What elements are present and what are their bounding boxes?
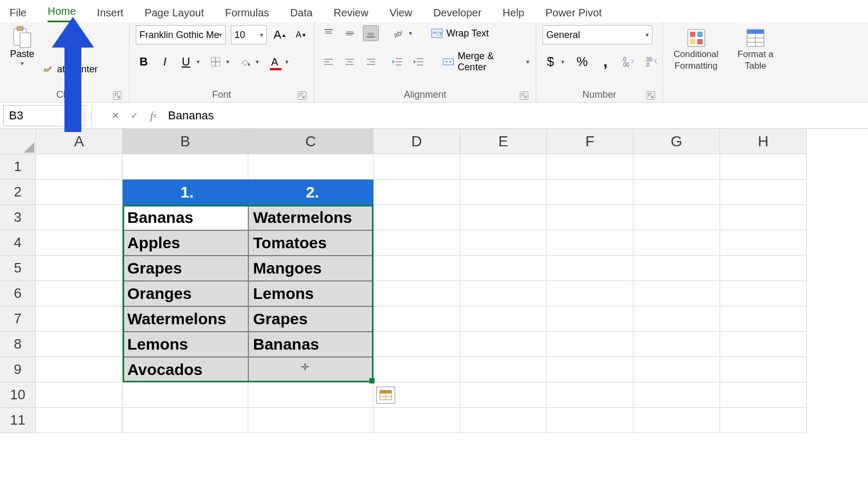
cell[interactable]: Grapes — [123, 256, 248, 281]
row-header-4[interactable]: 4 — [0, 230, 36, 256]
cell[interactable] — [720, 357, 807, 382]
cell[interactable] — [460, 332, 547, 357]
cell[interactable] — [720, 382, 807, 408]
increase-decimal-button[interactable]: .0.00 — [621, 54, 637, 70]
cell[interactable]: Bananas — [123, 205, 248, 230]
enter-formula-button[interactable]: ✓ — [125, 106, 144, 125]
cell[interactable] — [374, 357, 460, 382]
row-header-9[interactable]: 9 — [0, 357, 36, 382]
cell[interactable] — [460, 281, 547, 306]
tab-power-pivot[interactable]: Power Pivot — [545, 7, 602, 22]
tab-page-layout[interactable]: Page Layout — [145, 7, 204, 22]
cell[interactable] — [633, 332, 720, 357]
increase-indent-button[interactable] — [410, 54, 426, 70]
cell[interactable] — [633, 230, 720, 256]
accounting-split[interactable]: ▾ — [558, 54, 567, 70]
bold-button[interactable]: B — [136, 54, 152, 70]
cell[interactable]: Grapes — [248, 306, 374, 332]
increase-font-button[interactable]: A▲ — [272, 27, 288, 43]
quick-analysis-button[interactable] — [376, 387, 395, 403]
row-header-11[interactable]: 11 — [0, 408, 36, 433]
cell[interactable] — [36, 332, 123, 357]
tab-file[interactable]: File — [10, 7, 26, 22]
cell[interactable] — [720, 332, 807, 357]
font-size-select[interactable]: 10 ▾ — [231, 25, 267, 44]
align-bottom-button[interactable] — [363, 25, 379, 41]
align-top-button[interactable] — [321, 25, 337, 41]
cell[interactable] — [633, 408, 720, 433]
cell[interactable]: Mangoes — [248, 256, 374, 281]
format-as-table-button[interactable]: Format a Table — [733, 25, 778, 74]
cell[interactable]: Tomatoes — [248, 230, 374, 256]
clipboard-launcher[interactable] — [113, 91, 122, 100]
merge-center-button[interactable]: Merge & Center ▾ — [442, 51, 529, 73]
cell[interactable] — [36, 180, 123, 205]
cell[interactable] — [460, 230, 547, 256]
align-right-button[interactable] — [363, 54, 379, 70]
cell[interactable] — [374, 332, 460, 357]
cell[interactable] — [36, 256, 123, 281]
cell[interactable] — [547, 408, 633, 433]
col-header-F[interactable]: F — [547, 129, 633, 154]
cell[interactable] — [248, 357, 374, 382]
cell[interactable] — [374, 205, 460, 230]
cell[interactable] — [720, 306, 807, 332]
decrease-font-button[interactable]: A▼ — [293, 27, 309, 43]
cell[interactable] — [36, 205, 123, 230]
percent-button[interactable]: % — [574, 54, 590, 70]
number-launcher[interactable] — [647, 91, 655, 100]
tab-help[interactable]: Help — [502, 7, 524, 22]
cell[interactable] — [633, 281, 720, 306]
font-color-button[interactable]: A — [267, 54, 283, 70]
cell[interactable]: Avocados — [123, 357, 248, 382]
font-color-split[interactable]: ▾ — [283, 54, 291, 70]
col-header-B[interactable]: B — [123, 129, 248, 154]
copy-button[interactable] — [42, 44, 98, 60]
orientation-button[interactable]: ab — [390, 25, 406, 41]
cell[interactable] — [460, 256, 547, 281]
cell[interactable] — [547, 281, 633, 306]
cell[interactable] — [248, 382, 374, 408]
cell[interactable] — [633, 306, 720, 332]
cell[interactable]: Lemons — [123, 332, 248, 357]
cell[interactable] — [460, 408, 547, 433]
cell[interactable]: Bananas — [248, 332, 374, 357]
comma-style-button[interactable]: , — [598, 54, 613, 70]
fill-color-split[interactable]: ▾ — [253, 54, 262, 70]
formula-input[interactable] — [163, 105, 868, 126]
row-header-3[interactable]: 3 — [0, 205, 36, 230]
number-format-select[interactable]: General ▾ — [543, 25, 652, 44]
decrease-indent-button[interactable] — [389, 54, 405, 70]
cell[interactable] — [123, 382, 248, 408]
select-all-corner[interactable] — [0, 129, 36, 154]
tab-view[interactable]: View — [389, 7, 412, 22]
font-name-select[interactable]: Franklin Gothic Me ▾ — [136, 25, 226, 44]
row-header-5[interactable]: 5 — [0, 256, 36, 281]
fill-color-button[interactable] — [237, 54, 253, 70]
align-center-button[interactable] — [342, 54, 358, 70]
row-header-7[interactable]: 7 — [0, 306, 36, 332]
cell[interactable] — [374, 154, 460, 180]
col-header-H[interactable]: H — [720, 129, 807, 154]
cell[interactable] — [720, 180, 807, 205]
row-header-2[interactable]: 2 — [0, 180, 36, 205]
row-header-1[interactable]: 1 — [0, 154, 36, 180]
cell[interactable]: Oranges — [123, 281, 248, 306]
cell[interactable] — [720, 256, 807, 281]
align-middle-button[interactable] — [342, 25, 358, 41]
borders-split[interactable]: ▾ — [223, 54, 232, 70]
col-header-C[interactable]: C — [248, 129, 374, 154]
italic-button[interactable]: I — [157, 54, 173, 70]
cell[interactable] — [633, 180, 720, 205]
cell[interactable] — [374, 256, 460, 281]
cell[interactable] — [374, 281, 460, 306]
cell[interactable] — [374, 230, 460, 256]
cell[interactable] — [460, 306, 547, 332]
tab-developer[interactable]: Developer — [433, 7, 481, 22]
cell[interactable] — [460, 357, 547, 382]
cell[interactable]: Watermelons — [248, 205, 374, 230]
tab-formulas[interactable]: Formulas — [225, 7, 269, 22]
wrap-text-button[interactable]: ab Wrap Text — [431, 27, 489, 40]
col-header-D[interactable]: D — [374, 129, 460, 154]
cell[interactable] — [248, 408, 374, 433]
